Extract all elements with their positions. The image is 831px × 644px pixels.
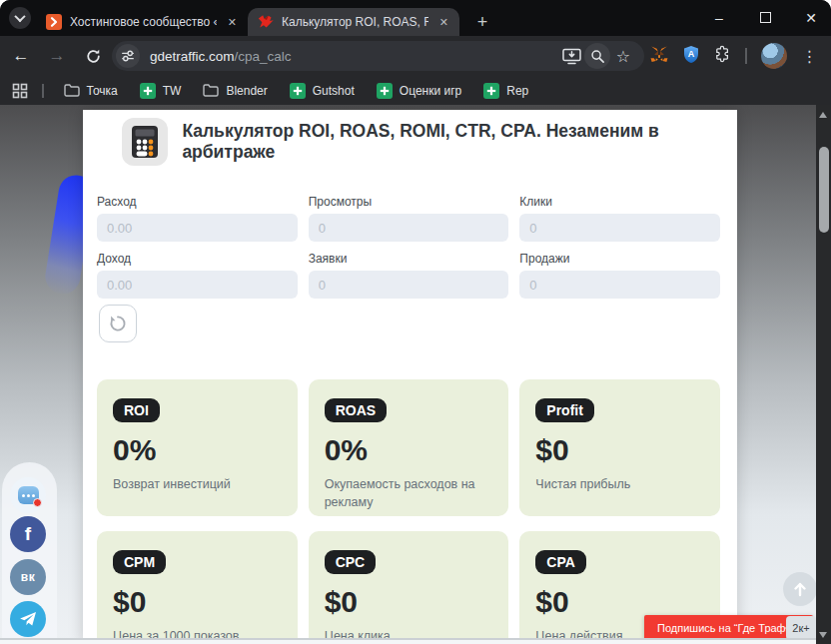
subscriber-count-badge: 2к+	[786, 616, 816, 640]
facebook-button[interactable]: f	[10, 516, 46, 552]
close-button[interactable]: ✕	[801, 10, 821, 26]
url-text[interactable]: gdetraffic.com/cpa_calc	[150, 49, 558, 64]
metric-description: Чистая прибыль	[535, 475, 704, 493]
fox-icon	[649, 45, 669, 64]
field-label: Просмотры	[309, 195, 509, 209]
field-label: Доход	[97, 252, 298, 266]
field-label: Продажи	[519, 252, 720, 266]
url-domain: gdetraffic.com	[150, 49, 235, 64]
scroll-to-top-button[interactable]	[783, 572, 817, 606]
metric-value: $0	[325, 585, 493, 619]
bookmark-star-button[interactable]: ☆	[610, 43, 636, 69]
telegram-plane-icon	[19, 611, 37, 627]
extensions-area: A ⋮	[649, 36, 819, 76]
chat-widget-button[interactable]	[10, 477, 46, 513]
sales-input[interactable]	[519, 271, 720, 299]
metric-value: $0	[113, 585, 282, 619]
calculator-icon	[122, 118, 168, 166]
page-viewport: Калькулятор ROI, ROAS, ROMI, CTR, CPA. Н…	[0, 105, 831, 644]
field-views: Просмотры	[309, 195, 509, 242]
tab-close-button[interactable]: ✕	[225, 15, 240, 30]
metric-value: 0%	[113, 433, 282, 467]
field-label: Расход	[97, 195, 298, 209]
page-scrollbar[interactable]	[816, 105, 831, 644]
scrollbar-thumb[interactable]	[819, 147, 829, 233]
vk-icon: вк	[21, 570, 35, 584]
facebook-icon: f	[25, 523, 31, 545]
page-title: Калькулятор ROI, ROAS, ROMI, CTR, CPA. Н…	[182, 121, 737, 163]
bookmark-label: Gutshot	[313, 84, 355, 98]
vk-button[interactable]: вк	[10, 559, 46, 595]
metric-description: Возврат инвестиций	[113, 475, 282, 493]
shield-icon: A	[683, 45, 699, 64]
back-button[interactable]: ←	[6, 41, 36, 71]
clicks-input[interactable]	[519, 214, 720, 242]
views-input[interactable]	[309, 214, 509, 242]
chevron-down-icon	[14, 11, 25, 22]
bookmark-label: Blender	[226, 84, 267, 98]
tab-search-button[interactable]	[9, 7, 31, 29]
metric-badge: ROAS	[325, 398, 387, 422]
scrollbar-up-arrow[interactable]	[819, 112, 827, 118]
sheets-icon	[290, 83, 306, 99]
folder-icon	[64, 84, 80, 97]
reset-button[interactable]	[99, 305, 137, 342]
shield-letter: A	[688, 49, 695, 59]
apps-grid-icon[interactable]	[12, 83, 28, 99]
bookmark-game-ratings[interactable]: Оценки игр	[371, 83, 467, 99]
bookmarks-bar: Точка TW Blender Gutshot Оценки игр	[0, 76, 831, 105]
folder-icon	[203, 84, 219, 97]
reload-icon	[85, 48, 102, 65]
result-card-cpm: CPM $0 Цена за 1000 показов	[97, 531, 298, 644]
sheets-icon	[483, 83, 499, 99]
bookmark-label: Оценки игр	[400, 84, 461, 98]
income-input[interactable]	[97, 271, 298, 299]
url-path: /cpa_calc	[235, 49, 292, 64]
forward-button[interactable]: →	[42, 41, 72, 71]
tab-calculator-active[interactable]: Калькулятор ROI, ROAS, ROMI, ✕	[248, 8, 459, 36]
extensions-button[interactable]	[713, 45, 731, 67]
send-to-device-icon	[562, 48, 581, 65]
scrollbar-down-arrow[interactable]	[819, 632, 827, 638]
calculator-header: Калькулятор ROI, ROAS, ROMI, CTR, CPA. Н…	[122, 118, 737, 166]
maximize-button[interactable]	[755, 10, 775, 26]
tab-title: Калькулятор ROI, ROAS, ROMI,	[282, 15, 428, 29]
result-card-profit: Profit $0 Чистая прибыль	[519, 379, 720, 516]
results-grid: ROI 0% Возврат инвестиций ROAS 0% Окупае…	[97, 379, 720, 644]
bookmark-folder-blender[interactable]: Blender	[197, 84, 273, 98]
adguard-extension-button[interactable]: A	[683, 45, 699, 68]
tab-hosting-community[interactable]: Хостинговое сообщество «Tim ✕	[36, 8, 248, 36]
field-income: Доход	[97, 252, 298, 299]
browser-window: Хостинговое сообщество «Tim ✕ Калькулято…	[0, 0, 831, 644]
metric-badge: ROI	[113, 398, 160, 422]
browser-toolbar: ← → gdetraffic.com/cpa_calc	[0, 36, 831, 76]
send-to-device-button[interactable]	[558, 43, 584, 69]
result-card-roi: ROI 0% Возврат инвестиций	[97, 379, 298, 516]
metric-badge: Profit	[535, 398, 594, 422]
bookmark-rep[interactable]: Rep	[477, 83, 534, 99]
zoom-button[interactable]	[584, 43, 610, 69]
bookmark-tw[interactable]: TW	[134, 83, 188, 99]
profile-avatar[interactable]	[761, 43, 787, 69]
browser-menu-button[interactable]: ⋮	[801, 47, 819, 66]
telegram-button[interactable]	[10, 601, 46, 637]
bookmark-label: TW	[163, 84, 182, 98]
minimize-button[interactable]: –	[709, 10, 729, 26]
tab-close-button[interactable]: ✕	[436, 15, 451, 30]
metric-description: Окупаемость расходов на рекламу	[325, 475, 493, 511]
reset-icon	[108, 314, 128, 333]
new-tab-button[interactable]: +	[469, 9, 495, 35]
notification-dot	[33, 498, 42, 507]
site-settings-button[interactable]	[116, 44, 140, 68]
metamask-extension-button[interactable]	[649, 45, 669, 68]
bookmark-folder-tochka[interactable]: Точка	[58, 84, 124, 98]
calculator-card: Калькулятор ROI, ROAS, ROMI, CTR, CPA. Н…	[83, 110, 737, 644]
reload-button[interactable]	[78, 41, 108, 71]
tune-icon	[121, 49, 135, 63]
puzzle-icon	[713, 45, 731, 63]
calculator-form: Расход Просмотры Клики Доход Заявки	[97, 195, 720, 299]
leads-input[interactable]	[309, 271, 509, 299]
address-bar[interactable]: gdetraffic.com/cpa_calc ☆	[112, 41, 644, 71]
bookmark-gutshot[interactable]: Gutshot	[284, 83, 361, 99]
expense-input[interactable]	[97, 214, 298, 242]
